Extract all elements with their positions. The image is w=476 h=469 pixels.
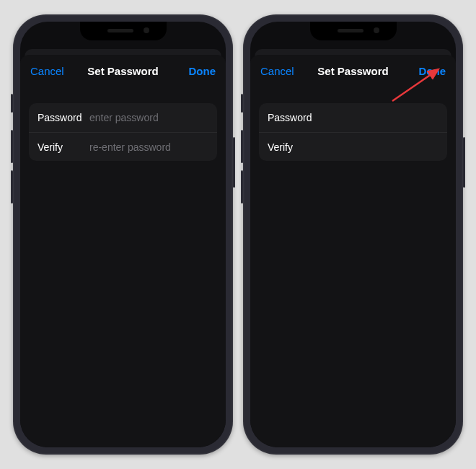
password-form: Password Verify xyxy=(29,103,217,161)
nav-title: Set Password xyxy=(69,65,177,77)
password-row: Password xyxy=(259,103,447,132)
volume-up-button xyxy=(241,130,243,163)
phone-mockup-right: Cancel Set Password Done Password Verify xyxy=(243,14,463,455)
done-button[interactable]: Done xyxy=(407,65,446,77)
cancel-button[interactable]: Cancel xyxy=(30,65,69,77)
screen: Cancel Set Password Done Password Verify xyxy=(20,22,226,447)
volume-down-button xyxy=(241,170,243,203)
cancel-button[interactable]: Cancel xyxy=(260,65,299,77)
nav-bar: Cancel Set Password Done xyxy=(250,55,456,86)
volume-up-button xyxy=(11,130,13,163)
modal-sheet: Cancel Set Password Done Password Verify xyxy=(20,55,226,447)
verify-row: Verify xyxy=(259,132,447,161)
modal-sheet: Cancel Set Password Done Password Verify xyxy=(250,55,456,447)
password-input[interactable] xyxy=(89,112,216,123)
nav-title: Set Password xyxy=(299,65,407,77)
silent-switch xyxy=(241,94,243,113)
password-label: Password xyxy=(38,112,89,123)
password-form: Password Verify xyxy=(259,103,447,161)
verify-label: Verify xyxy=(38,141,89,153)
side-button xyxy=(233,137,235,188)
silent-switch xyxy=(11,94,13,113)
notch xyxy=(310,22,397,40)
screen: Cancel Set Password Done Password Verify xyxy=(250,22,456,447)
verify-row: Verify xyxy=(29,132,217,161)
verify-label: Verify xyxy=(268,141,319,153)
verify-input[interactable] xyxy=(319,141,446,153)
verify-input[interactable] xyxy=(89,141,216,153)
nav-bar: Cancel Set Password Done xyxy=(20,55,226,86)
password-row: Password xyxy=(29,103,217,132)
done-button[interactable]: Done xyxy=(177,65,216,77)
password-label: Password xyxy=(268,112,319,123)
phone-mockup-left: Cancel Set Password Done Password Verify xyxy=(13,14,233,455)
notch xyxy=(80,22,167,40)
password-input[interactable] xyxy=(319,112,446,123)
volume-down-button xyxy=(11,170,13,203)
side-button xyxy=(463,137,465,188)
